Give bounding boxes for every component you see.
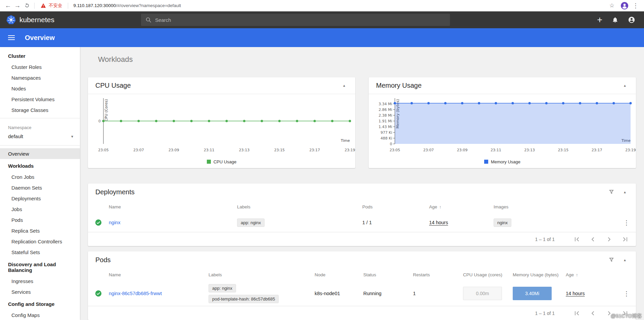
chevron-up-icon: ▲ xyxy=(623,190,627,194)
sidebar-item-replica-sets[interactable]: Replica Sets xyxy=(0,225,80,236)
deployments-pagination: 1 – 1 of 1 xyxy=(88,232,636,246)
sidebar-item-replication-controllers[interactable]: Replication Controllers xyxy=(0,236,80,247)
next-page-button[interactable] xyxy=(603,233,615,245)
svg-text:23:05: 23:05 xyxy=(389,148,400,152)
sidebar-item-storage-classes[interactable]: Storage Classes xyxy=(0,105,80,115)
prev-page-icon xyxy=(589,235,597,243)
sidebar-item-cluster-roles[interactable]: Cluster Roles xyxy=(0,62,80,72)
chevron-down-icon: ▾ xyxy=(71,134,73,139)
menu-toggle-button[interactable] xyxy=(7,34,16,41)
sidebar-item-jobs[interactable]: Jobs xyxy=(0,204,80,214)
account-button[interactable] xyxy=(628,16,635,24)
row-menu-button[interactable]: ⋮ xyxy=(624,290,630,297)
browser-reload-button[interactable] xyxy=(22,1,32,10)
svg-text:488 Ki: 488 Ki xyxy=(380,136,392,141)
pods-pagination: 1 – 1 of 1 xyxy=(88,306,636,320)
browser-actions: ⋮ xyxy=(618,2,641,10)
last-page-button[interactable] xyxy=(619,233,631,245)
kebab-icon: ⋮ xyxy=(633,2,639,9)
deployments-card: Deployments ▲ Name Labels Pods Age↑ Imag… xyxy=(88,184,636,246)
sidebar-item-services[interactable]: Services xyxy=(0,286,80,297)
url-host: 9.110.187.120:30000 xyxy=(74,3,116,8)
browser-back-button[interactable]: ← xyxy=(3,1,13,10)
address-bar[interactable]: 不安全 9.110.187.120:30000/#/overview?names… xyxy=(37,1,618,10)
pagination-range: 1 – 1 of 1 xyxy=(535,237,555,242)
svg-text:CPU (Cores): CPU (Cores) xyxy=(104,99,108,121)
column-header-name: Name xyxy=(109,272,209,277)
pods-table-header: Name Labels Node Status Restarts CPU Usa… xyxy=(88,268,636,281)
column-header-age[interactable]: Age↑ xyxy=(566,272,617,277)
main-content: Workloads CPU Usage ▲ 0CPU (Cores)23:052… xyxy=(80,47,644,320)
status-ok-icon xyxy=(95,290,102,297)
svg-text:23:15: 23:15 xyxy=(558,148,569,152)
sidebar-item-config-maps[interactable]: Config Maps xyxy=(0,310,80,320)
sidebar-item-deployments[interactable]: Deployments xyxy=(0,193,80,204)
svg-text:977 Ki: 977 Ki xyxy=(380,130,392,135)
prev-page-button[interactable] xyxy=(587,233,599,245)
svg-text:0: 0 xyxy=(390,142,392,146)
reload-icon xyxy=(24,3,30,8)
column-header-memory: Memory Usage (bytes) xyxy=(513,272,566,277)
browser-forward-button[interactable]: → xyxy=(13,1,22,10)
collapse-button[interactable]: ▲ xyxy=(621,257,629,263)
collapse-button[interactable]: ▲ xyxy=(621,82,629,89)
sidebar-section-workloads: Workloads xyxy=(0,159,80,171)
back-arrow-icon: ← xyxy=(5,2,11,9)
filter-button[interactable] xyxy=(606,255,616,264)
column-header-age[interactable]: Age↑ xyxy=(429,204,494,209)
status-value: Running xyxy=(363,291,413,296)
deployment-link-nginx[interactable]: nginx xyxy=(109,220,121,225)
browser-menu-button[interactable]: ⋮ xyxy=(631,2,640,9)
security-warning-icon xyxy=(41,3,46,8)
collapse-button[interactable]: ▲ xyxy=(621,189,629,195)
sidebar-item-namespaces[interactable]: Namespaces xyxy=(0,72,80,83)
divider xyxy=(34,3,35,9)
kebab-icon: ⋮ xyxy=(624,219,630,226)
sidebar-item-overview[interactable]: Overview xyxy=(0,148,80,159)
age-value: 14 hours xyxy=(429,220,448,225)
profile-avatar-icon xyxy=(620,2,629,10)
cpu-usage-sparkline: 0.00m xyxy=(463,287,502,300)
header-actions: + xyxy=(597,15,638,25)
sidebar-item-cron-jobs[interactable]: Cron Jobs xyxy=(0,171,80,182)
collapse-button[interactable]: ▲ xyxy=(340,82,348,89)
sidebar-item-pods[interactable]: Pods xyxy=(0,214,80,225)
memory-usage-sparkline: 3.40Mi xyxy=(513,287,552,300)
svg-text:23:15: 23:15 xyxy=(274,148,285,152)
filter-icon xyxy=(608,257,614,263)
account-icon xyxy=(628,16,635,24)
page-url: 9.110.187.120:30000/#/overview?namespace… xyxy=(74,3,181,8)
notifications-button[interactable] xyxy=(612,16,618,23)
divider xyxy=(68,3,68,9)
watermark: @51CTO博客 xyxy=(611,313,642,319)
sidebar-item-ingresses[interactable]: Ingresses xyxy=(0,276,80,286)
create-resource-button[interactable]: + xyxy=(597,15,602,25)
bookmark-star-button[interactable]: ☆ xyxy=(609,2,614,9)
search-input[interactable] xyxy=(155,17,446,23)
sidebar-item-daemon-sets[interactable]: Daemon Sets xyxy=(0,182,80,193)
svg-text:23:07: 23:07 xyxy=(423,148,434,152)
svg-text:23:19: 23:19 xyxy=(344,148,355,152)
prev-page-button[interactable] xyxy=(587,307,599,319)
sidebar-item-stateful-sets[interactable]: Stateful Sets xyxy=(0,247,80,257)
column-header-status: Status xyxy=(363,272,413,277)
sidebar-item-persistent-volumes[interactable]: Persistent Volumes xyxy=(0,94,80,105)
namespace-select[interactable]: default ▾ xyxy=(0,132,80,143)
browser-profile-button[interactable] xyxy=(620,2,629,10)
sidebar-item-nodes[interactable]: Nodes xyxy=(0,83,80,94)
global-search xyxy=(141,14,450,26)
first-page-button[interactable] xyxy=(571,307,583,319)
cpu-usage-card: CPU Usage ▲ 0CPU (Cores)23:0523:0723:092… xyxy=(88,77,355,168)
filter-button[interactable] xyxy=(606,188,616,196)
svg-text:23:17: 23:17 xyxy=(309,148,320,152)
column-header-images: Images xyxy=(494,204,617,209)
svg-text:1.43 Mi: 1.43 Mi xyxy=(378,125,392,129)
bell-icon xyxy=(612,16,618,23)
last-page-icon xyxy=(621,235,629,243)
svg-text:1.91 Mi: 1.91 Mi xyxy=(378,119,392,123)
first-page-button[interactable] xyxy=(571,233,583,245)
row-menu-button[interactable]: ⋮ xyxy=(624,219,630,227)
pods-card: Pods ▲ Name Labels Node Status Restarts … xyxy=(88,251,636,320)
pod-link-nginx[interactable]: nginx-86c57db685-frwwt xyxy=(109,291,162,296)
first-page-icon xyxy=(573,309,581,317)
